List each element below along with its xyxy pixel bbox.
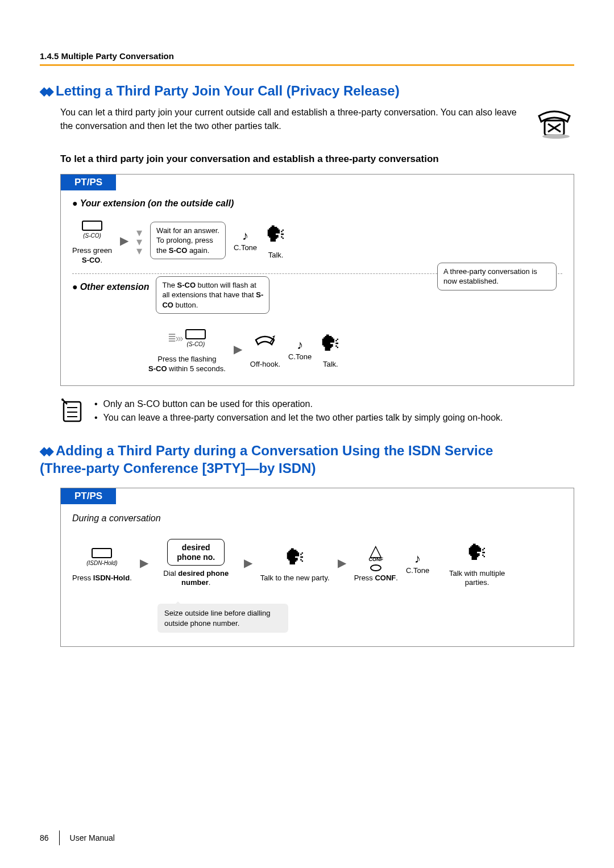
sco-button-label-2: (S-CO) [187,340,205,348]
flow-1-divider: A three-party conversation is now establ… [72,273,562,274]
ctone-3: ♪ C.Tone [406,551,429,575]
page-number: 86 [40,833,49,842]
flow-diagram-2: PT/PS During a conversation (ISDN-Hold) … [60,488,574,647]
flow-1-row-bottom: ≣››› (S-CO) Press the flashing S-CO with… [72,324,562,374]
music-note-icon: ♪ [242,229,248,243]
section-1-subheading: To let a third party join your conversat… [60,153,574,165]
blink-lines-icon: ≣››› [168,332,182,345]
music-note-icon: ♪ [414,551,421,566]
section-1-intro-row: You can let a third party join your curr… [40,106,574,140]
page-footer: 86 User Manual [40,830,115,845]
flow-1-row-top: (S-CO) Press green S-CO. ▶ ▾▾▾ Wait for … [72,215,562,265]
talk-waves-icon: 🗣 [284,546,306,568]
seize-outside-line-note: Seize outside line before dialling outsi… [157,604,288,633]
section-2-title: ◆◆ Adding a Third Party during a Convers… [40,442,574,477]
arrow-right-icon: ▶ [338,556,346,570]
svg-point-9 [61,398,64,401]
ctone-1: ♪ C.Tone [234,229,257,252]
talk-waves-icon: 🗣 [466,542,488,563]
arrow-right-icon: ▶ [120,234,128,247]
notes-block: •Only an S-CO button can be used for thi… [60,397,574,425]
flow-1-tab: PT/PS [61,175,116,190]
wait-answer-bubble: Wait for an answer. To prolong, press th… [150,222,226,260]
step-talk-multi: 🗣 Talk with multiple parties. [437,538,517,588]
isdn-hold-button-label: (ISDN-Hold) [86,559,117,567]
sco-flash-bubble: The S-CO button will flash at all extens… [156,276,269,314]
talk-waves-icon: 🗣 [265,223,287,245]
note-item-1: •Only an S-CO button can be used for thi… [94,397,503,411]
step-talk-1: 🗣 Talk. [265,220,287,260]
flow-2-row: (ISDN-Hold) Press ISDN-Hold. ▶ desiredph… [72,538,562,588]
notepad-icon [60,397,84,423]
step-blinking-sco: ≣››› (S-CO) Press the flashing S-CO with… [148,324,226,374]
desk-phone-icon [534,106,574,140]
during-conversation-label: During a conversation [72,513,562,524]
diamond-bullet-icon: ◆◆ [40,84,50,98]
svg-point-3 [542,134,570,139]
step-arrows-down-1: ▾▾▾ [136,225,142,256]
desired-phone-input: desiredphone no. [167,539,225,566]
svg-marker-4 [272,335,275,338]
section-1-title: ◆◆ Letting a Third Party Join Your Call … [40,83,574,99]
ctone-2: ♪ C.Tone [288,338,312,361]
step-dial-number: desiredphone no. Dial desired phone numb… [156,538,236,588]
step-talk-2: 🗣 Talk. [320,329,341,369]
section-1-intro: You can let a third party join your curr… [40,106,523,140]
section-1-title-text: Letting a Third Party Join Your Call (Pr… [56,83,400,99]
music-note-icon: ♪ [297,338,303,352]
note-item-2: •You can leave a three-party conversatio… [94,411,503,425]
diamond-bullet-icon: ◆◆ [40,443,50,458]
step-offhook: Off-hook. [250,329,280,369]
sco-button-icon [82,221,102,231]
footer-label: User Manual [70,833,115,842]
step-press-conf: △ CONF Press CONF. [354,543,398,583]
round-button-icon [370,564,381,571]
page-content: 1.4.5 Multiple Party Conversation ◆◆ Let… [0,0,614,681]
step-press-sco: (S-CO) Press green S-CO. [72,215,112,265]
step-isdn-hold: (ISDN-Hold) Press ISDN-Hold. [72,543,132,583]
breadcrumb: 1.4.5 Multiple Party Conversation [40,51,574,66]
sco-button-label: (S-CO) [83,232,101,239]
arrows-down-icon: ▾▾▾ [136,228,142,255]
isdn-hold-button-icon [92,548,112,558]
step-talk-new: 🗣 Talk to the new party. [260,543,330,583]
three-party-established-bubble: A three-party conversation is now establ… [437,263,557,290]
arrow-right-icon: ▶ [140,556,148,570]
flow-2-tab: PT/PS [61,488,116,504]
offhook-icon [254,333,276,354]
arrow-right-icon: ▶ [234,342,242,356]
sco-button-icon-2 [185,329,206,339]
other-extension-label: ●Other extension [72,282,149,292]
arrow-right-icon: ▶ [244,556,252,570]
flow-diagram-1: PT/PS ●Your extension (on the outside ca… [60,174,574,386]
talk-waves-icon: 🗣 [320,333,341,354]
your-extension-label: ●Your extension (on the outside call) [72,198,562,209]
